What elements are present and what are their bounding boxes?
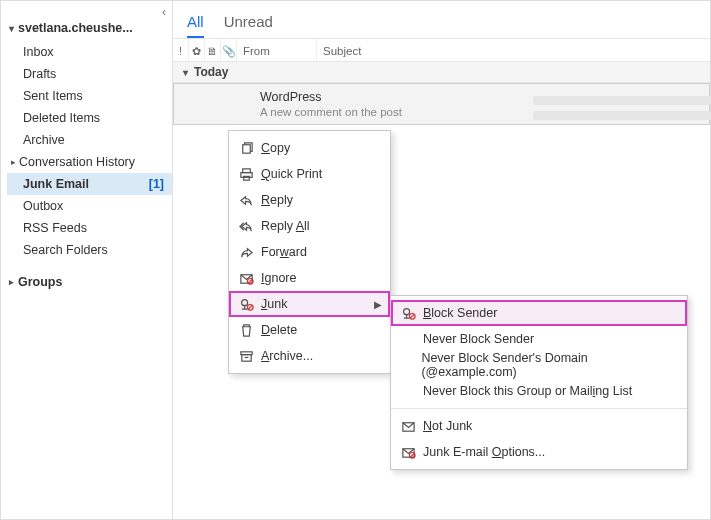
junk-icon bbox=[239, 297, 261, 312]
menu-item-label: Copy bbox=[261, 141, 290, 155]
column-header: ! ✿ 🗎 📎 From Subject bbox=[173, 38, 710, 62]
menu-item-label: Delete bbox=[261, 323, 297, 337]
menu-item-archive[interactable]: Archive... bbox=[229, 343, 390, 369]
folder-conversation-history[interactable]: ▸Conversation History bbox=[7, 151, 172, 173]
menu-item-label: Archive... bbox=[261, 349, 313, 363]
menu-item-label: Never Block this Group or Mailing List bbox=[423, 384, 632, 398]
menu-item-junk[interactable]: Junk▶ bbox=[229, 291, 390, 317]
menu-item-copy[interactable]: Copy bbox=[229, 135, 390, 161]
svg-point-10 bbox=[404, 308, 410, 314]
menu-item-label: Never Block Sender's Domain (@example.co… bbox=[421, 351, 667, 379]
menu-item-quick-print[interactable]: Quick Print bbox=[229, 161, 390, 187]
menu-item-label: Junk E-mail Options... bbox=[423, 445, 545, 459]
reply-icon bbox=[239, 193, 261, 208]
menu-item-delete[interactable]: Delete bbox=[229, 317, 390, 343]
folder-label: Conversation History bbox=[19, 155, 135, 169]
menu-item-label: Block Sender bbox=[423, 306, 497, 320]
folder-label: Drafts bbox=[23, 67, 56, 81]
groups-label: Groups bbox=[18, 275, 62, 289]
menu-item-block-sender[interactable]: Block Sender bbox=[391, 300, 687, 326]
folder-label: Outbox bbox=[23, 199, 63, 213]
folder-inbox[interactable]: Inbox bbox=[7, 41, 172, 63]
svg-rect-0 bbox=[243, 144, 251, 152]
folder-label: RSS Feeds bbox=[23, 221, 87, 235]
folder-label: Deleted Items bbox=[23, 111, 100, 125]
menu-item-not-junk[interactable]: Not Junk bbox=[391, 413, 687, 439]
folder-search-folders[interactable]: Search Folders bbox=[7, 239, 172, 261]
svg-point-6 bbox=[242, 299, 248, 305]
folder-label: Archive bbox=[23, 133, 65, 147]
menu-item-label: Junk bbox=[261, 297, 287, 311]
expand-caret-icon: ▸ bbox=[11, 157, 16, 167]
forward-icon bbox=[239, 245, 261, 260]
collapse-caret-icon: ▾ bbox=[183, 67, 188, 78]
menu-item-reply-all[interactable]: Reply All bbox=[229, 213, 390, 239]
folder-sidebar: ‹ ▾ svetlana.cheushe... InboxDraftsSent … bbox=[1, 1, 173, 519]
menu-item-label: Reply bbox=[261, 193, 293, 207]
svg-rect-3 bbox=[244, 176, 250, 180]
menu-item-label: Ignore bbox=[261, 271, 296, 285]
subject-column[interactable]: Subject bbox=[317, 39, 710, 61]
notjunk-icon bbox=[401, 419, 423, 434]
menu-item-never-block-this-group-or-mailing-list[interactable]: Never Block this Group or Mailing List bbox=[391, 378, 687, 404]
archive-icon bbox=[239, 349, 261, 364]
folder-label: Search Folders bbox=[23, 243, 108, 257]
menu-item-label: Reply All bbox=[261, 219, 310, 233]
folder-label: Sent Items bbox=[23, 89, 83, 103]
print-icon bbox=[239, 167, 261, 182]
folder-label: Inbox bbox=[23, 45, 54, 59]
menu-separator bbox=[391, 408, 687, 409]
junk-submenu: Block SenderNever Block SenderNever Bloc… bbox=[390, 295, 688, 470]
date-group-header[interactable]: ▾ Today bbox=[173, 62, 710, 83]
from-column[interactable]: From bbox=[237, 39, 317, 61]
folder-archive[interactable]: Archive bbox=[7, 129, 172, 151]
groups-row[interactable]: ▸ Groups bbox=[1, 267, 172, 293]
tab-all[interactable]: All bbox=[187, 13, 204, 38]
unread-count: [1] bbox=[149, 177, 164, 191]
account-name: svetlana.cheushe... bbox=[18, 21, 133, 35]
folder-deleted-items[interactable]: Deleted Items bbox=[7, 107, 172, 129]
context-menu: CopyQuick PrintReplyReply AllForwardIgno… bbox=[228, 130, 391, 374]
menu-item-junk-e-mail-options[interactable]: Junk E-mail Options... bbox=[391, 439, 687, 465]
date-group-label: Today bbox=[194, 65, 228, 79]
importance-column-icon[interactable]: ! bbox=[173, 39, 189, 61]
folder-label: Junk Email bbox=[23, 177, 89, 191]
collapse-sidebar-icon[interactable]: ‹ bbox=[162, 5, 166, 19]
expand-caret-icon: ▾ bbox=[9, 23, 14, 34]
delete-icon bbox=[239, 323, 261, 338]
reminder-column-icon[interactable]: ✿ bbox=[189, 39, 205, 61]
menu-item-never-block-sender[interactable]: Never Block Sender bbox=[391, 326, 687, 352]
block-icon bbox=[401, 306, 423, 321]
folder-rss-feeds[interactable]: RSS Feeds bbox=[7, 217, 172, 239]
menu-item-never-block-sender-s-domain-example-com[interactable]: Never Block Sender's Domain (@example.co… bbox=[391, 352, 687, 378]
tab-unread[interactable]: Unread bbox=[224, 13, 273, 38]
folder-junk-email[interactable]: Junk Email[1] bbox=[7, 173, 172, 195]
folder-sent-items[interactable]: Sent Items bbox=[7, 85, 172, 107]
copy-icon bbox=[239, 141, 261, 156]
menu-item-ignore[interactable]: Ignore bbox=[229, 265, 390, 291]
menu-item-label: Never Block Sender bbox=[423, 332, 534, 346]
ignore-icon bbox=[239, 271, 261, 286]
menu-item-label: Quick Print bbox=[261, 167, 322, 181]
menu-item-reply[interactable]: Reply bbox=[229, 187, 390, 213]
menu-item-label: Forward bbox=[261, 245, 307, 259]
replyall-icon bbox=[239, 219, 261, 234]
menu-item-forward[interactable]: Forward bbox=[229, 239, 390, 265]
account-row[interactable]: ▾ svetlana.cheushe... bbox=[1, 17, 172, 39]
folder-drafts[interactable]: Drafts bbox=[7, 63, 172, 85]
attachment-column-icon[interactable]: 📎 bbox=[221, 39, 237, 61]
folder-outbox[interactable]: Outbox bbox=[7, 195, 172, 217]
message-preview-blur bbox=[533, 96, 704, 126]
submenu-arrow-icon: ▶ bbox=[374, 299, 382, 310]
icon-column-icon[interactable]: 🗎 bbox=[205, 39, 221, 61]
menu-item-label: Not Junk bbox=[423, 419, 472, 433]
expand-caret-icon: ▸ bbox=[9, 277, 14, 287]
options-icon bbox=[401, 445, 423, 460]
